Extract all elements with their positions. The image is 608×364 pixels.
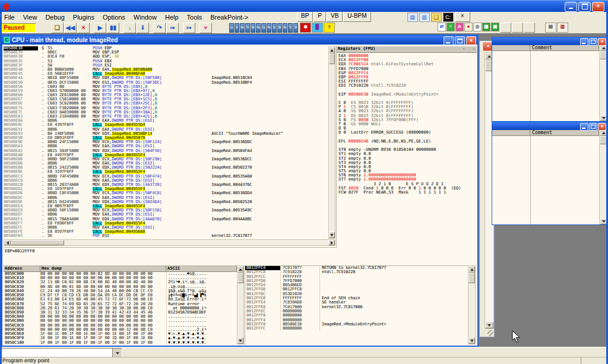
- disasm-row[interactable]: 00508E56.C603 00MOV BYTE PTR DS:[EBX],0: [4, 85, 328, 89]
- step-into-button[interactable]: ↓: [124, 23, 136, 33]
- cpu-window-title-bar[interactable]: C CPU - main thread, module ImageRed ×: [2, 36, 477, 45]
- pane-button-pa[interactable]: Pa: [267, 23, 271, 33]
- comment-list[interactable]: [492, 51, 599, 121]
- dump-row[interactable]: 0050C00000 00 00 00|00 00 00 00|02 8D 40…: [4, 272, 237, 276]
- comment-window-2[interactable]: × Comment: [492, 122, 608, 225]
- cpu-restore-button[interactable]: [455, 36, 465, 45]
- stack-row[interactable]: 0012FFC87C910228ntdll.7C910228: [245, 270, 468, 274]
- disassembly-pane[interactable]: 00508E38$55PUSH EBP00508E39.8BECMOV EBP,…: [4, 46, 328, 239]
- dump-row[interactable]: 0050C03000 8D 40 00|01 8D 40 00|00 00 00…: [4, 285, 237, 289]
- pause-button[interactable]: ▮▮: [107, 23, 119, 33]
- comment-window-2-title-bar[interactable]: ×: [492, 122, 607, 130]
- disasm-row[interactable]: 00508E3B.83C4 F0ADD ESP,-10: [4, 55, 328, 59]
- dump-row[interactable]: 0050C050C9 D7 CF C8|CD CE DB D8|DA D9 CA…: [4, 293, 237, 297]
- register-line[interactable]: O 0 LastErr ERROR_SUCCESS (00000000): [338, 131, 477, 135]
- register-line[interactable]: EDI 7C910228 ntdll.7C910228: [338, 84, 477, 88]
- dump-row[interactable]: 0050C0D000 00 00 00|00 00 00 00|00 00 00…: [4, 328, 237, 332]
- column-header-blank[interactable]: [492, 45, 530, 51]
- disasm-row[interactable]: 00508E40.B8 B0BA5000MOV EAX,ImageRed.005…: [4, 68, 328, 72]
- main-title-bar[interactable]: ×: [0, 0, 608, 12]
- stack-vscrollbar[interactable]: [468, 265, 476, 344]
- disasm-row[interactable]: 00508E6E.C683 5C020000 00MOV BYTE PTR DS…: [4, 102, 328, 106]
- disasm-row[interactable]: 00508E50.8B35 DCF35000MOV ESI,DWORD PTR …: [4, 81, 328, 85]
- stack-row[interactable]: 0012FFE0FFFFFFFFEnd of SEH chain: [245, 296, 468, 300]
- disasm-row[interactable]: 00508E8C.E8 4397F8FFCALL ImageRed.004955…: [4, 123, 328, 127]
- disasm-row[interactable]: 00508E9D.8B0D 24F15000MOV ECX,DWORD PTR …: [4, 140, 328, 144]
- disasm-row[interactable]: 00508ECB.8B15 20374A00MOV EDX,DWORD PTR …: [4, 183, 328, 187]
- disasm-row[interactable]: 00508F03.5EPOP ESIkernel32.7C817077: [4, 234, 328, 238]
- help-icon[interactable]: ?: [324, 23, 335, 33]
- stack-row[interactable]: 0012FFF800508E38ImageRed.<ModuleEntryPoi…: [245, 322, 468, 327]
- pane-button-e[interactable]: E: [235, 23, 239, 33]
- dump-row[interactable]: 0050C08020 20 61 74|20 30 30 30|30 30 30…: [4, 306, 237, 311]
- run-trace-icon[interactable]: ◎: [473, 23, 482, 31]
- disasm-row[interactable]: 00508E60.C683 2E010000 00MOV BYTE PTR DS…: [4, 93, 328, 97]
- disasm-row[interactable]: 00508E45.E8 56B1EFFFCALL ImageRed.00406F…: [4, 72, 328, 76]
- pane-button-sr[interactable]: Sr: [293, 23, 298, 33]
- stack-row[interactable]: 0012FFDC853D1020: [245, 292, 468, 296]
- open-folder-icon[interactable]: ❑: [431, 12, 442, 22]
- register-line[interactable]: EFL 00000246 (NO,NB,E,BE,NS,PE,GE,LE): [338, 140, 477, 144]
- maximize-button[interactable]: [589, 123, 597, 131]
- disasm-row[interactable]: 00508E4A.8B1D 88F55000MOV EBX,DWORD PTR …: [4, 76, 328, 80]
- pane-button-cp[interactable]: Cp: [261, 23, 266, 33]
- dump-row[interactable]: 0050C01000 00 00 00|00 00 00 00|00 00 00…: [4, 276, 237, 280]
- disasm-row[interactable]: 00508EE4.E8 0B97F8FFCALL ImageRed.004955…: [4, 204, 328, 208]
- run-button[interactable]: ▶: [94, 23, 106, 33]
- disasm-row[interactable]: 00508E83.C683 21040000 00MOV BYTE PTR DS…: [4, 115, 328, 119]
- dump-row[interactable]: 0050C07052 75 6E 74|69 6D 65 20|65 72 72…: [4, 302, 237, 306]
- disasm-row[interactable]: 00508E91.8B06MOV EAX,DWORD PTR DS:[ESI]: [4, 128, 328, 132]
- register-line[interactable]: T 0 GS 0000 NULL: [338, 122, 477, 126]
- dropdown-button[interactable]: [112, 349, 122, 357]
- log-window-icon[interactable]: ≡: [446, 23, 455, 31]
- disasm-row[interactable]: 00508E3F.56PUSH ESI: [4, 64, 328, 68]
- disasm-row[interactable]: 00508EB0.8B0D 98F25000MOV ECX,DWORD PTR …: [4, 157, 328, 162]
- dump-vscrollbar[interactable]: [237, 265, 244, 344]
- bp-button-vb[interactable]: VB: [327, 12, 343, 22]
- dump-row[interactable]: 0050C060E1 E3 00 E4|E5 8D 40 00|45 72 72…: [4, 297, 237, 302]
- close-button[interactable]: ×: [592, 2, 604, 12]
- step-over-button[interactable]: ⇓: [137, 23, 149, 33]
- disasm-row[interactable]: 00508EA5.8B15 584F5000MOV EDX,DWORD PTR …: [4, 149, 328, 153]
- toolbar-close-x-button[interactable]: ×: [455, 12, 470, 22]
- maximize-button[interactable]: [589, 38, 597, 46]
- stack-row[interactable]: 0012FFE47C839AD8SE handler: [245, 300, 468, 305]
- scroll-down-button[interactable]: [485, 322, 493, 328]
- registers-pane[interactable]: Registers (FPU)‹ ‹ EAX 00000000ECX 0012F…: [336, 46, 477, 265]
- scroll-thumb[interactable]: [238, 273, 243, 283]
- dump-row[interactable]: 0050C0F01E 00 1F 00|1E 00 1F 00|1F 00 1D…: [4, 336, 237, 340]
- appearance-colors-icon[interactable]: ▉: [312, 23, 323, 33]
- dump-row[interactable]: 0050C0A000 00 00 00|00 00 00 00|00 00 00…: [4, 315, 237, 319]
- scroll-thumb[interactable]: [468, 273, 475, 283]
- pane-button-th[interactable]: Th: [245, 23, 250, 33]
- swap-panes-icon[interactable]: ⇄: [438, 23, 446, 31]
- pane-button-me[interactable]: Me: [240, 23, 245, 33]
- dump-row[interactable]: 0050C0B000 00 00 00|00 00 00 00|00 00 00…: [4, 319, 237, 323]
- menu-item-options[interactable]: Options: [99, 13, 129, 21]
- animate-into-button[interactable]: ↷: [153, 23, 166, 33]
- stack-row[interactable]: 0012FFCCFFFFFFFF: [245, 275, 468, 279]
- menu-item-breakpoint[interactable]: BreakPoint->: [206, 13, 252, 21]
- disasm-row[interactable]: 00508ED1.E8 1E97F8FFCALL ImageRed.004955…: [4, 187, 328, 191]
- menu-item-help[interactable]: Help: [161, 13, 183, 21]
- disassembly-hscrollbar[interactable]: [4, 239, 335, 246]
- disasm-row[interactable]: 00508EAB.E8 4497F8FFCALL ImageRed.004955…: [4, 153, 328, 157]
- patches-icon[interactable]: ▦: [482, 23, 490, 31]
- pane-button-ln[interactable]: Ln: [229, 23, 234, 33]
- dump-pane[interactable]: Address Hex dump ASCII 0050C00000 00 00 …: [4, 265, 237, 345]
- disasm-row[interactable]: 00508E39.8BECMOV EBP,ESP: [4, 50, 328, 55]
- scroll-left-button[interactable]: [4, 240, 11, 245]
- command-input[interactable]: [2, 349, 112, 357]
- disasm-row[interactable]: 00508E38$55PUSH EBP: [4, 46, 328, 50]
- disasm-row[interactable]: 00508EFC.8B06MOV EAX,DWORD PTR DS:[ESI]: [4, 226, 328, 230]
- console-window-icon[interactable]: C:: [443, 12, 454, 22]
- dump-row[interactable]: 0050C0E01F 00 1C 00|1F 00 1E 00|1F 00 1E…: [4, 332, 237, 336]
- cpu-window[interactable]: C CPU - main thread, module ImageRed × 0…: [1, 34, 479, 347]
- pane-button-tr[interactable]: Tr: [288, 23, 293, 33]
- comment-window-1[interactable]: × Comment: [492, 37, 608, 122]
- empty-button-3[interactable]: [524, 23, 535, 33]
- info-pane[interactable]: EBP=0012FFF0: [4, 247, 337, 266]
- dump-row[interactable]: 0050C040CC 24 40 00|78 26 40 00|54 2A 40…: [4, 289, 237, 293]
- bp-button-p[interactable]: P: [314, 12, 326, 22]
- disasm-row[interactable]: 00508EA3.8B06MOV EAX,DWORD PTR DS:[ESI]: [4, 144, 328, 148]
